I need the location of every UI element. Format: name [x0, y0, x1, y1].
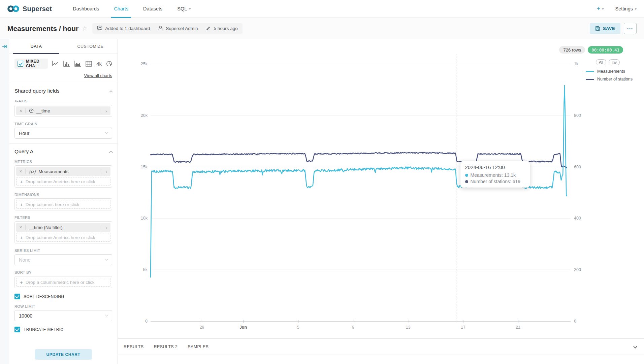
remove-icon[interactable]: × [16, 169, 26, 174]
caret-down-icon: ▾ [189, 7, 191, 11]
svg-text:20k: 20k [141, 113, 148, 118]
chevron-right-icon[interactable]: › [102, 225, 110, 230]
results-tab-results[interactable]: RESULTS [124, 344, 144, 349]
more-options-button[interactable]: ··· [624, 23, 637, 34]
nav-item-sql[interactable]: SQL▾ [170, 0, 198, 18]
expand-panel-button[interactable] [2, 44, 7, 51]
truncate-metric-checkbox-row[interactable]: TRUNCATE METRIC [14, 327, 112, 332]
badge-superset-admin[interactable]: Superset Admin [158, 26, 198, 32]
metrics-label: METRICS [14, 160, 112, 164]
section-title: Shared query fields [14, 88, 60, 94]
remove-icon[interactable]: × [16, 108, 26, 113]
view-all-charts-link[interactable]: View all charts [14, 73, 112, 78]
query-a-section[interactable]: Query A [14, 148, 112, 155]
svg-text:1k: 1k [574, 62, 579, 66]
update-chart-button[interactable]: UPDATE CHART [35, 349, 92, 360]
viz-type-pill[interactable]: MIXED CHA... [14, 59, 48, 69]
metrics-control: × ƒ(x) Measurements › + Drop columns/met… [14, 165, 112, 188]
big-number-icon[interactable]: 4k [96, 61, 102, 67]
series-limit-select[interactable]: None [14, 254, 112, 265]
chart-meta-badges: Added to 1 dashboardSuperset Admin5 hour… [92, 23, 242, 34]
results-tab-samples[interactable]: SAMPLES [188, 344, 208, 349]
brand-name: Superset [23, 5, 52, 13]
badge-added-to-1-dashboard[interactable]: Added to 1 dashboard [97, 26, 150, 32]
sort-by-dropzone[interactable]: + Drop a column/metric here or click [16, 278, 110, 287]
chart-plot[interactable]: 29Jun5913172105k10k15k20k25k020040060080… [118, 39, 644, 338]
nav-item-datasets[interactable]: Datasets [136, 0, 170, 18]
nav-item-dashboards[interactable]: Dashboards [65, 0, 106, 18]
results-tab-results-2[interactable]: RESULTS 2 [154, 344, 178, 349]
panel-tab-customize[interactable]: CUSTOMIZE [63, 39, 118, 54]
legend-all-button[interactable]: All [596, 59, 606, 65]
filters-control: × __time (No filter) › + Drop columns/me… [14, 221, 112, 243]
dropzone-hint: Drop columns/metrics here or click [26, 235, 95, 240]
metrics-dropzone[interactable]: + Drop columns/metrics here or click [16, 177, 110, 186]
main-navigation: DashboardsChartsDatasetsSQL▾ [65, 0, 198, 18]
row-limit-label: ROW LIMIT [14, 304, 112, 308]
chevron-right-icon[interactable]: › [102, 108, 110, 114]
tooltip-row-number-of-stations: Number of stations: 619 [465, 179, 525, 184]
sort-descending-checkbox[interactable] [14, 294, 20, 299]
legend-item-measurements[interactable]: Measurements [586, 69, 625, 74]
legend-inv-button[interactable]: Inv [609, 59, 620, 65]
plus-icon: + [20, 179, 23, 185]
filter-field[interactable]: × __time (No filter) › [16, 223, 110, 232]
legend-item-number-of-stations[interactable]: Number of stations [586, 77, 633, 81]
line-chart-icon[interactable] [52, 61, 59, 67]
svg-text:17: 17 [461, 325, 465, 330]
divider [9, 143, 118, 144]
metric-field[interactable]: × ƒ(x) Measurements › [16, 167, 110, 176]
sort-by-control: + Drop a column/metric here or click [14, 276, 112, 288]
pie-chart-icon[interactable] [106, 61, 112, 67]
settings-label: Settings [615, 6, 633, 11]
svg-text:400: 400 [574, 216, 581, 221]
tooltip-timestamp: 2024-06-16 12:00 [465, 164, 525, 170]
chevron-down-icon [633, 345, 637, 349]
legend-label: Number of stations [597, 77, 633, 81]
sort-descending-label: SORT DESCENDING [24, 294, 64, 299]
svg-text:10k: 10k [141, 216, 148, 221]
dropzone-hint: Drop a column/metric here or click [26, 280, 95, 285]
bar-chart-icon[interactable] [63, 61, 70, 67]
plus-icon: + [20, 235, 23, 240]
nav-item-charts[interactable]: Charts [106, 0, 136, 18]
series-limit-label: SERIES LIMIT [14, 249, 112, 253]
dimensions-dropzone[interactable]: + Drop columns here or click [16, 200, 110, 209]
row-limit-value: 10000 [19, 313, 32, 319]
save-label: SAVE [603, 26, 615, 31]
filters-dropzone[interactable]: + Drop columns/metrics here or click [16, 233, 110, 242]
settings-menu[interactable]: Settings ▾ [615, 6, 637, 11]
series-limit-placeholder: None [19, 257, 31, 263]
query-timer-badge: 00:00:00.41 [588, 46, 623, 54]
legend-swatch [586, 79, 594, 80]
svg-text:5k: 5k [143, 267, 148, 272]
area-chart-icon[interactable] [74, 61, 81, 67]
chart-canvas-area: 726 rows 00:00:00.41 AllInv Measurements… [118, 39, 644, 338]
sort-descending-checkbox-row[interactable]: SORT DESCENDING [14, 294, 112, 299]
save-button[interactable]: SAVE [590, 23, 620, 34]
svg-text:15k: 15k [141, 165, 148, 169]
remove-icon[interactable]: × [16, 225, 26, 230]
row-count-badge: 726 rows [559, 46, 585, 54]
panel-tab-data[interactable]: DATA [9, 39, 63, 54]
truncate-metric-checkbox[interactable] [14, 327, 20, 332]
series-dot [465, 174, 468, 177]
new-item-button[interactable]: + ▾ [597, 5, 604, 12]
svg-text:Jun: Jun [239, 325, 247, 330]
chevron-right-icon[interactable]: › [102, 169, 110, 174]
time-grain-select[interactable]: Hour [14, 128, 112, 139]
collapse-results-button[interactable] [634, 344, 637, 350]
save-disk-icon [595, 26, 600, 31]
row-limit-select[interactable]: 10000 [14, 310, 112, 321]
time-grain-value: Hour [19, 131, 29, 136]
caret-down-icon: ▾ [635, 7, 637, 11]
arrow-to-bar-icon [2, 44, 7, 49]
plus-icon: + [597, 5, 600, 12]
x-axis-field[interactable]: × __time › [16, 106, 110, 115]
svg-text:29: 29 [200, 325, 204, 330]
table-icon[interactable] [86, 61, 92, 67]
favorite-star-icon[interactable]: ☆ [82, 25, 88, 32]
superset-logo[interactable]: Superset [7, 5, 52, 13]
shared-query-fields-section[interactable]: Shared query fields [14, 88, 112, 94]
badge-5-hours-ago[interactable]: 5 hours ago [206, 26, 237, 32]
